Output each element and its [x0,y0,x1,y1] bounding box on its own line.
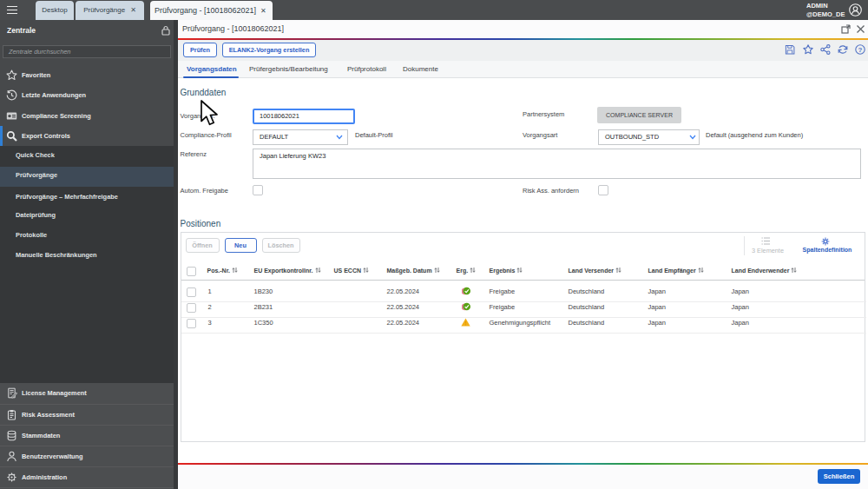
svg-text:?: ? [858,46,863,54]
